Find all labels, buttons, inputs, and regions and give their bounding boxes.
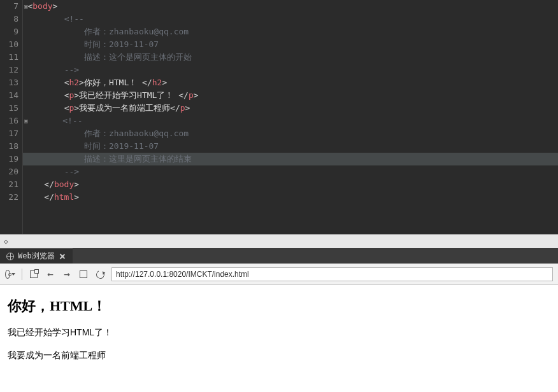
editor-status-bar: ◇ [0, 234, 558, 248]
code-line[interactable]: --> [23, 165, 558, 178]
tab-title: Web浏览器 [18, 251, 55, 262]
code-line[interactable]: ▣<body> [23, 0, 558, 13]
home-icon[interactable] [78, 269, 89, 279]
line-number: 12 [0, 64, 18, 76]
code-line[interactable]: --> [23, 64, 558, 76]
line-number: 7 [0, 0, 18, 13]
line-number: 22 [0, 191, 18, 204]
code-line[interactable]: <!-- [23, 13, 558, 25]
code-line[interactable]: </body> [23, 178, 558, 191]
line-number-gutter: 78910111213141516171819202122 [0, 0, 23, 234]
line-number: 14 [0, 89, 18, 102]
url-text: http://127.0.0.1:8020/IMCKT/index.html [116, 270, 249, 279]
preview-paragraph-2: 我要成为一名前端工程师 [8, 350, 550, 361]
preview-paragraph-1: 我已经开始学习HTML了！ [8, 327, 550, 339]
code-line[interactable]: <p>我已经开始学习HTML了！ </p> [23, 89, 558, 102]
code-line[interactable]: </html> [23, 191, 558, 204]
globe-icon [6, 253, 14, 260]
code-line[interactable]: 描述：这个是网页主体的开始 [23, 51, 558, 64]
gear-icon[interactable] [5, 269, 15, 279]
preview-heading: 你好，HTML！ [8, 297, 550, 316]
back-icon[interactable]: ← [45, 269, 55, 279]
line-number: 9 [0, 25, 18, 38]
line-number: 19 [0, 153, 18, 165]
line-number: 18 [0, 140, 18, 153]
browser-preview: 你好，HTML！ 我已经开始学习HTML了！ 我要成为一名前端工程师 [0, 285, 558, 392]
code-area[interactable]: 78910111213141516171819202122 ▣<body> <!… [0, 0, 558, 234]
separator [22, 269, 22, 280]
browser-tab-bar: Web浏览器 [0, 248, 558, 263]
code-line[interactable]: 作者：zhanbaoku@qq.com [23, 25, 558, 38]
forward-icon[interactable]: → [62, 269, 72, 279]
reload-icon[interactable] [95, 269, 105, 279]
browser-toolbar: ← → http://127.0.0.1:8020/IMCKT/index.ht… [0, 263, 558, 285]
code-line[interactable]: <h2>你好，HTML！ </h2> [23, 76, 558, 89]
code-line[interactable]: 作者：zhanbaoku@qq.com [23, 127, 558, 140]
code-content[interactable]: ▣<body> <!-- 作者：zhanbaoku@qq.com 时间：2019… [23, 0, 558, 234]
line-number: 21 [0, 178, 18, 191]
code-editor-pane: 78910111213141516171819202122 ▣<body> <!… [0, 0, 558, 248]
url-input[interactable]: http://127.0.0.1:8020/IMCKT/index.html [111, 267, 553, 281]
tab-web-browser[interactable]: Web浏览器 [0, 248, 73, 263]
line-number: 16 [0, 115, 18, 127]
line-number: 15 [0, 102, 18, 115]
line-number: 10 [0, 38, 18, 51]
line-number: 17 [0, 127, 18, 140]
new-window-icon[interactable] [29, 269, 39, 279]
code-line[interactable]: ▣ <!-- [23, 115, 558, 127]
code-line[interactable]: 描述：这里是网页主体的结束 [23, 153, 558, 165]
line-number: 8 [0, 13, 18, 25]
code-line[interactable]: <p>我要成为一名前端工程师</p> [23, 102, 558, 115]
status-icon: ◇ [4, 237, 8, 246]
line-number: 11 [0, 51, 18, 64]
close-icon[interactable] [59, 253, 66, 260]
code-line[interactable]: 时间：2019-11-07 [23, 38, 558, 51]
line-number: 13 [0, 76, 18, 89]
line-number: 20 [0, 165, 18, 178]
code-line[interactable]: 时间：2019-11-07 [23, 140, 558, 153]
